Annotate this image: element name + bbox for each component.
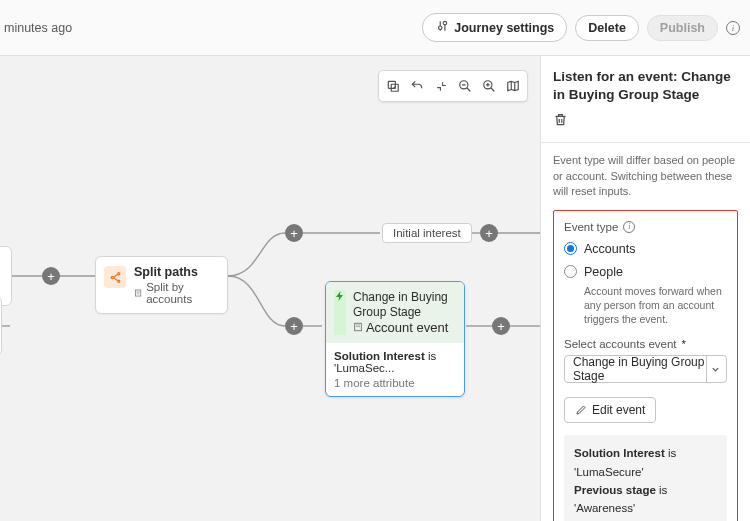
change-buying-group-stage-node[interactable]: Change in Buying Group Stage Account eve… [325, 281, 465, 397]
node-title: Change in Buying Group Stage [353, 290, 456, 320]
node-attribute: Solution Interest is 'LumaSec... [334, 350, 456, 374]
journey-canvas[interactable]: Split paths Split by accounts Initial in… [0, 56, 540, 521]
event-type-section: Event type i Accounts People Account mov… [553, 210, 738, 521]
svg-point-6 [111, 276, 113, 278]
radio-accounts[interactable]: Accounts [564, 242, 727, 256]
accounts-icon [353, 322, 363, 332]
gear-icon [435, 19, 449, 36]
delete-icon[interactable] [553, 115, 568, 130]
svg-rect-9 [135, 290, 140, 296]
canvas-toolbar [378, 70, 528, 102]
select-event-label: Select accounts event* [564, 338, 727, 350]
add-node-button[interactable] [285, 224, 303, 242]
split-paths-node[interactable]: Split paths Split by accounts [95, 256, 228, 314]
event-summary: Solution Interest is 'LumaSecure' Previo… [564, 435, 727, 521]
event-type-label: Event type i [564, 221, 727, 233]
journey-settings-label: Journey settings [454, 21, 554, 35]
chevron-down-icon [706, 356, 724, 382]
svg-point-8 [117, 280, 119, 282]
add-node-button[interactable] [285, 317, 303, 335]
radio-label: Accounts [584, 242, 635, 256]
journey-settings-button[interactable]: Journey settings [422, 13, 567, 42]
radio-label: People [584, 265, 623, 279]
node-more-attributes: 1 more attribute [334, 377, 456, 389]
node-title: Split paths [134, 265, 217, 279]
duplicate-icon[interactable] [381, 75, 405, 97]
svg-point-0 [439, 26, 443, 30]
collapse-icon[interactable] [429, 75, 453, 97]
undo-icon[interactable] [405, 75, 429, 97]
zoom-out-icon[interactable] [453, 75, 477, 97]
split-icon [104, 266, 126, 288]
map-icon[interactable] [501, 75, 525, 97]
publish-button: Publish [647, 15, 718, 41]
node-stub [0, 246, 12, 306]
node-stub [0, 296, 2, 356]
accounts-icon [134, 288, 142, 298]
add-node-button[interactable] [480, 224, 498, 242]
radio-icon [564, 265, 577, 278]
panel-hint: Event type will differ based on people o… [553, 153, 738, 199]
radio-help-text: Account moves forward when any person fr… [584, 284, 727, 327]
radio-people[interactable]: People [564, 265, 727, 279]
node-subtitle: Split by accounts [134, 281, 217, 305]
pencil-icon [575, 404, 587, 416]
add-node-button[interactable] [42, 267, 60, 285]
info-icon[interactable]: i [726, 21, 740, 35]
select-value: Change in Buying Group Stage [573, 355, 706, 383]
zoom-in-icon[interactable] [477, 75, 501, 97]
svg-point-1 [443, 21, 447, 25]
accounts-event-select[interactable]: Change in Buying Group Stage [564, 355, 727, 383]
node-subtitle: Account event [353, 320, 456, 335]
edit-event-label: Edit event [592, 403, 645, 417]
svg-point-7 [117, 272, 119, 274]
properties-panel: Listen for an event: Change in Buying Gr… [540, 56, 750, 521]
add-node-button[interactable] [492, 317, 510, 335]
edit-event-button[interactable]: Edit event [564, 397, 656, 423]
panel-title: Listen for an event: Change in Buying Gr… [553, 68, 738, 104]
last-modified-text: minutes ago [4, 21, 72, 35]
svg-rect-10 [355, 323, 362, 331]
initial-interest-pill[interactable]: Initial interest [382, 223, 472, 243]
radio-icon [564, 242, 577, 255]
delete-button[interactable]: Delete [575, 15, 639, 41]
event-icon [334, 290, 346, 335]
info-icon[interactable]: i [623, 221, 635, 233]
